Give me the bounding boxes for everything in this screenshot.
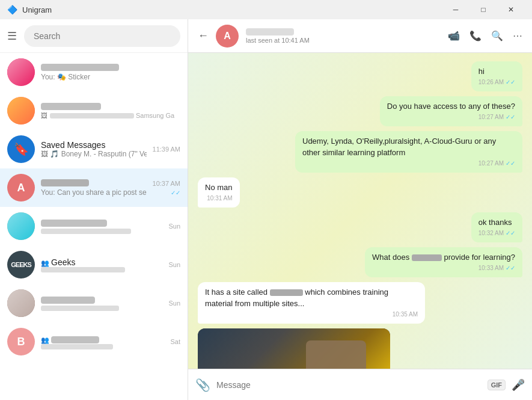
- gif-bubble: GIF 10:35 AM ✓✓: [198, 328, 390, 369]
- attach-button[interactable]: 📎: [195, 378, 210, 392]
- chat-preview: You: 🎭 Sticker: [41, 73, 174, 81]
- message-bubble: hi 10:26 AM ✓✓: [471, 61, 522, 91]
- message-time: 10:31 AM: [207, 194, 232, 203]
- message-row: It has a site called which combines trai…: [198, 282, 522, 323]
- search-button[interactable]: 🔍: [491, 30, 503, 42]
- chat-name: [41, 102, 174, 112]
- chat-item[interactable]: GEEKS 👥Geeks Sun: [0, 245, 188, 284]
- message-text: No man: [205, 182, 233, 193]
- maximize-button[interactable]: □: [469, 0, 497, 19]
- message-bubble: No man 10:31 AM: [198, 177, 240, 208]
- chat-meta: Sun: [168, 300, 180, 307]
- gif-button[interactable]: GIF: [488, 380, 506, 390]
- message-meta: 10:27 AM ✓✓: [302, 159, 515, 168]
- message-row: What does provide for learning? 10:33 AM…: [198, 247, 522, 277]
- read-check-icon: ✓✓: [506, 78, 515, 87]
- chat-meta: 11:39 AM: [153, 146, 180, 153]
- chat-name: 👥Geeks: [41, 257, 162, 267]
- chat-time: Sun: [168, 223, 180, 230]
- message-text: Udemy, Lynda, O'Reilly,pluralsight, A-Cl…: [302, 136, 515, 158]
- message-text: Do you have access to any of these?: [387, 101, 515, 112]
- message-bubble: It has a site called which combines trai…: [198, 282, 425, 323]
- message-meta: 10:31 AM: [205, 194, 233, 203]
- chat-preview: [41, 267, 162, 272]
- avatar: B: [7, 328, 35, 355]
- message-bubble: ok thanks 10:32 AM ✓✓: [471, 212, 522, 242]
- titlebar-controls: ─ □ ✕: [442, 0, 525, 19]
- voice-call-button[interactable]: 📞: [469, 30, 482, 42]
- chat-time: 11:39 AM: [153, 146, 180, 153]
- chat-info: 👥Geeks: [41, 257, 162, 272]
- sidebar-header: ☰: [0, 19, 188, 53]
- message-text: It has a site called which combines trai…: [205, 287, 418, 309]
- chat-info: 👥: [41, 334, 164, 349]
- more-options-button[interactable]: ⋯: [513, 30, 522, 42]
- titlebar-left: 🔷 Unigram: [7, 5, 52, 14]
- avatar: GEEKS: [7, 251, 35, 278]
- chat-info: Saved Messages 🖼 🎵 Boney M. - Rasputin (…: [41, 140, 147, 158]
- message-text: ok thanks: [478, 217, 515, 228]
- search-input[interactable]: [24, 25, 180, 47]
- chat-preview: 🖼 Samsung Galaxy M32 with 90Hz...: [41, 112, 174, 119]
- message-text: What does provide for learning?: [372, 252, 515, 263]
- chat-meta: 10:37 AM ✓✓: [153, 180, 180, 196]
- message-input[interactable]: [216, 380, 482, 390]
- microphone-button[interactable]: 🎤: [512, 378, 525, 392]
- chat-item[interactable]: Sun: [0, 207, 188, 245]
- chat-name: [41, 296, 162, 306]
- message-time: 10:35 AM: [393, 310, 418, 319]
- video-call-button[interactable]: 📹: [448, 30, 460, 42]
- message-time: 10:27 AM: [478, 159, 504, 168]
- chat-area: ← A last seen at 10:41 AM 📹 📞 🔍 ⋯ hi 10:…: [188, 19, 532, 400]
- chat-item[interactable]: 🔖 Saved Messages 🖼 🎵 Boney M. - Rasputin…: [0, 130, 188, 168]
- read-check-icon: ✓✓: [506, 159, 515, 168]
- message-row: hi 10:26 AM ✓✓: [198, 61, 522, 91]
- message-time: 10:27 AM: [478, 113, 504, 122]
- contact-status: last seen at 10:41 AM: [246, 37, 441, 44]
- chat-preview: You: Can you share a pic post search?: [41, 188, 147, 197]
- avatar: [7, 289, 35, 317]
- message-time: 10:33 AM: [478, 264, 504, 272]
- message-text: hi: [478, 66, 515, 77]
- chat-preview: 🖼 🎵 Boney M. - Rasputin (7" Ver...: [41, 150, 147, 158]
- avatar: 🔖: [7, 135, 35, 163]
- sidebar: ☰ You: 🎭 Sticker: [0, 19, 188, 400]
- contact-info: last seen at 10:41 AM: [246, 28, 441, 44]
- read-check-icon: ✓✓: [506, 264, 515, 272]
- header-actions: 📹 📞 🔍 ⋯: [448, 30, 522, 42]
- chat-item[interactable]: You: 🎭 Sticker: [0, 53, 188, 91]
- message-meta: 10:35 AM: [205, 310, 418, 319]
- titlebar: 🔷 Unigram ─ □ ✕: [0, 0, 532, 19]
- back-button[interactable]: ←: [198, 29, 209, 42]
- read-check-icon: ✓✓: [506, 229, 515, 238]
- chat-info: You: 🎭 Sticker: [41, 63, 174, 81]
- messages-area: hi 10:26 AM ✓✓ Do you have access to any…: [188, 53, 532, 369]
- avatar: [7, 212, 35, 240]
- chat-item-active[interactable]: A You: Can you share a pic post search? …: [0, 168, 188, 207]
- chat-name: [41, 179, 147, 188]
- chat-item[interactable]: Sun: [0, 284, 188, 322]
- message-meta: 10:32 AM ✓✓: [478, 229, 515, 238]
- chat-time: Sat: [170, 338, 180, 345]
- message-time: 10:26 AM: [478, 78, 504, 87]
- avatar: [7, 58, 35, 86]
- chat-item[interactable]: 🖼 Samsung Galaxy M32 with 90Hz...: [0, 91, 188, 130]
- chat-item[interactable]: B 👥 Sat: [0, 322, 188, 361]
- input-area: 📎 GIF 🎤: [188, 369, 532, 400]
- chat-preview: [41, 344, 164, 349]
- message-time: 10:32 AM: [478, 229, 504, 238]
- menu-icon[interactable]: ☰: [7, 29, 17, 43]
- chat-info: You: Can you share a pic post search?: [41, 179, 147, 197]
- message-meta: 10:27 AM ✓✓: [387, 113, 515, 122]
- chat-meta: Sat: [170, 338, 180, 345]
- chat-info: [41, 296, 162, 311]
- close-button[interactable]: ✕: [497, 0, 525, 19]
- app-icon: 🔷: [7, 5, 17, 14]
- minimize-button[interactable]: ─: [442, 0, 469, 19]
- read-check-icon: ✓✓: [506, 113, 515, 122]
- contact-name: [246, 28, 294, 35]
- avatar: [7, 97, 35, 125]
- chat-meta: Sun: [168, 223, 180, 230]
- message-bubble: What does provide for learning? 10:33 AM…: [365, 247, 522, 277]
- message-meta: 10:26 AM ✓✓: [478, 78, 515, 87]
